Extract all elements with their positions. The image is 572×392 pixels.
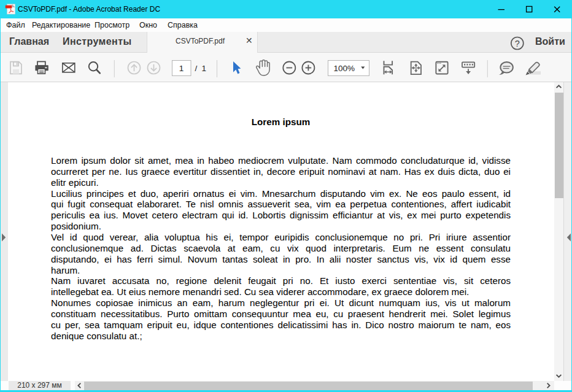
svg-text:?: ? <box>514 39 519 48</box>
svg-text:100%: 100% <box>334 64 355 73</box>
svg-text:/: / <box>195 64 198 73</box>
svg-text:1: 1 <box>179 64 184 73</box>
svg-text:1: 1 <box>202 64 207 73</box>
